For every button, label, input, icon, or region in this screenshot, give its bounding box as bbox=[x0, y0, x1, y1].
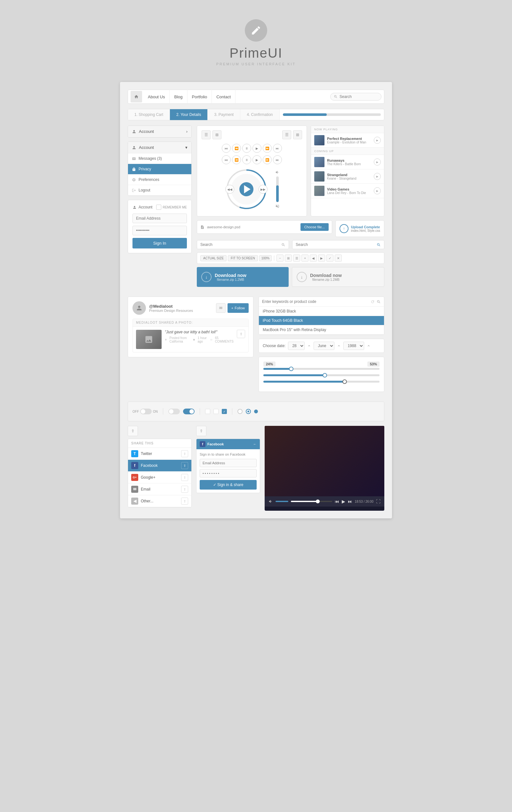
dropdown-item-logout[interactable]: Logout bbox=[128, 185, 191, 196]
coming-up-play-2[interactable]: ▶ bbox=[374, 187, 381, 194]
list-view-icon-2[interactable]: ☰ bbox=[282, 130, 291, 139]
fast-forward-btn[interactable]: ⏩ bbox=[263, 144, 272, 153]
share-googleplus[interactable]: G+ Google+ ⇧ bbox=[128, 472, 191, 484]
twitter-share-btn[interactable]: ⇧ bbox=[181, 450, 188, 457]
coming-up-item-0[interactable]: Runaways The Killers - Battle Born ▶ bbox=[311, 155, 384, 169]
nav-home-button[interactable] bbox=[130, 91, 142, 103]
social-share-btn[interactable]: ⇧ bbox=[237, 330, 245, 338]
pause-btn-2[interactable]: ⏸ bbox=[242, 155, 251, 164]
toolbar-plus-btn[interactable]: + bbox=[301, 255, 308, 262]
grid-view-icon-2[interactable]: ⊞ bbox=[293, 130, 302, 139]
now-playing-item[interactable]: Perfect Replacement Example - Evolution … bbox=[311, 133, 384, 148]
message-btn[interactable]: ✉ bbox=[216, 303, 225, 313]
circle-next-btn[interactable]: ▶▶ bbox=[259, 185, 268, 194]
radio-dot[interactable] bbox=[254, 409, 258, 413]
fb-signin-share-btn[interactable]: ✓ Sign in & share bbox=[200, 480, 257, 490]
dropdown-item-messages[interactable]: Messages (3) bbox=[128, 153, 191, 164]
fb-back-arrow[interactable]: ← bbox=[253, 442, 257, 446]
skip-prev-btn[interactable]: ⏮ bbox=[222, 144, 231, 153]
video-play-pause-btn[interactable]: ▶ bbox=[342, 499, 345, 504]
date-day-select[interactable]: 28 bbox=[288, 342, 305, 350]
password-field[interactable] bbox=[132, 226, 187, 235]
coming-up-item-2[interactable]: Video Games Lana Del Rey - Born To Die ▶ bbox=[311, 184, 384, 198]
download-gray-btn[interactable]: ↓ Download now filename.zip 1.2MB bbox=[292, 267, 384, 287]
video-skip-btn[interactable]: ⏭ bbox=[348, 499, 352, 504]
facebook-share-btn[interactable]: ⇧ bbox=[181, 462, 188, 469]
circle-play-btn[interactable] bbox=[239, 182, 253, 196]
list-view-icon[interactable]: ☰ bbox=[202, 130, 211, 139]
toolbar-back-btn[interactable]: ◀ bbox=[310, 255, 317, 262]
choose-file-button[interactable]: Choose file... bbox=[300, 223, 329, 231]
radio-2[interactable] bbox=[246, 409, 251, 414]
slider-3-track[interactable] bbox=[263, 381, 380, 383]
follow-button[interactable]: + Follow bbox=[228, 303, 249, 313]
share-icon-btn-1[interactable]: ⇧ bbox=[128, 426, 138, 436]
nav-search[interactable] bbox=[330, 93, 382, 100]
share-twitter[interactable]: T Twitter ⇧ bbox=[128, 448, 191, 460]
actual-size-btn[interactable]: ACTUAL SIZE bbox=[200, 255, 227, 261]
play-btn-2[interactable]: ▶ bbox=[252, 155, 262, 164]
product-search-field[interactable] bbox=[262, 299, 369, 304]
video-progress-bar[interactable] bbox=[291, 501, 332, 502]
toggle-switch-2[interactable] bbox=[168, 409, 180, 414]
fast-forward-btn-2[interactable]: ⏩ bbox=[263, 155, 272, 164]
account-expanded-header[interactable]: Account ▾ bbox=[128, 142, 191, 153]
slider-1-thumb[interactable] bbox=[289, 367, 294, 371]
wizard-step-2[interactable]: 2. Your Details bbox=[170, 109, 208, 120]
search-box-2[interactable] bbox=[292, 240, 384, 249]
nav-item-portfolio[interactable]: Portfolio bbox=[187, 90, 212, 104]
wizard-step-1[interactable]: 1. Shopping Cart bbox=[128, 109, 170, 120]
other-share-btn[interactable]: ⇧ bbox=[181, 498, 188, 504]
toolbar-list-btn[interactable]: ☰ bbox=[293, 255, 300, 262]
coming-up-play-1[interactable]: ▶ bbox=[374, 173, 381, 180]
toggle-switch-1[interactable] bbox=[140, 409, 152, 414]
date-year-select[interactable]: 1988 bbox=[343, 342, 364, 350]
toolbar-forward-btn[interactable]: ▶ bbox=[318, 255, 325, 262]
rewind-btn[interactable]: ⏪ bbox=[232, 144, 241, 153]
date-month-select[interactable]: June bbox=[313, 342, 334, 350]
checkbox-1[interactable] bbox=[205, 409, 210, 414]
coming-up-play-0[interactable]: ▶ bbox=[374, 158, 381, 166]
video-fullscreen-btn[interactable]: ⛶ bbox=[376, 499, 381, 504]
video-rewind-btn[interactable]: ⏮ bbox=[335, 499, 339, 504]
pause-btn[interactable]: ⏸ bbox=[242, 144, 251, 153]
share-email[interactable]: ✉ Email ⇧ bbox=[128, 484, 191, 495]
search-box-1[interactable] bbox=[197, 240, 289, 249]
slider-1-track[interactable] bbox=[263, 368, 380, 370]
dropdown-item-privacy[interactable]: Privacy bbox=[128, 164, 191, 174]
skip-prev-btn-2[interactable]: ⏮ bbox=[222, 155, 231, 164]
fb-email-input[interactable] bbox=[200, 459, 257, 467]
signin-button[interactable]: Sign In bbox=[132, 238, 187, 249]
volume-bar[interactable] bbox=[276, 176, 279, 202]
radio-1[interactable] bbox=[237, 409, 243, 414]
now-playing-play-btn[interactable]: ▶ bbox=[374, 137, 381, 144]
share-other[interactable]: ◀ Other... ⇧ bbox=[128, 495, 191, 507]
toolbar-grid-btn[interactable]: ⊞ bbox=[285, 255, 292, 262]
product-item-1[interactable]: iPod Touch 64GB Black bbox=[259, 316, 384, 325]
product-item-0[interactable]: iPhone 32GB Black bbox=[259, 307, 384, 316]
search-input-1[interactable] bbox=[200, 242, 281, 247]
nav-item-blog[interactable]: Blog bbox=[170, 90, 187, 104]
toolbar-close-btn[interactable]: ✕ bbox=[335, 255, 342, 262]
coming-up-item-1[interactable]: Strangeland Keane - Strangeland ▶ bbox=[311, 169, 384, 184]
toggle-switch-3[interactable] bbox=[183, 409, 194, 414]
email-field[interactable] bbox=[132, 213, 187, 223]
remember-me-checkbox[interactable] bbox=[156, 205, 161, 210]
nav-item-about[interactable]: About Us bbox=[143, 90, 170, 104]
grid-view-icon[interactable]: ⊞ bbox=[212, 130, 221, 139]
dropdown-item-preferences[interactable]: Preferences bbox=[128, 174, 191, 185]
account-collapsed-header[interactable]: Account › bbox=[128, 126, 191, 137]
share-facebook[interactable]: f Facebook ⇧ bbox=[128, 460, 191, 472]
toolbar-minus-btn[interactable]: − bbox=[276, 255, 283, 262]
skip-next-btn-2[interactable]: ⏭ bbox=[273, 155, 282, 164]
video-volume-bar[interactable] bbox=[275, 501, 288, 502]
slider-2-track[interactable] bbox=[263, 374, 380, 376]
googleplus-share-btn[interactable]: ⇧ bbox=[181, 474, 188, 481]
play-btn[interactable]: ▶ bbox=[252, 144, 262, 153]
wizard-step-3[interactable]: 3. Payment bbox=[208, 109, 240, 120]
fb-password-input[interactable] bbox=[200, 469, 257, 477]
slider-2-thumb[interactable] bbox=[323, 373, 327, 377]
fit-screen-btn[interactable]: FIT TO SCREEN bbox=[228, 255, 258, 261]
skip-next-btn[interactable]: ⏭ bbox=[273, 144, 282, 153]
download-blue-btn[interactable]: ↓ Download now filename.zip 1.2MB bbox=[197, 267, 289, 287]
